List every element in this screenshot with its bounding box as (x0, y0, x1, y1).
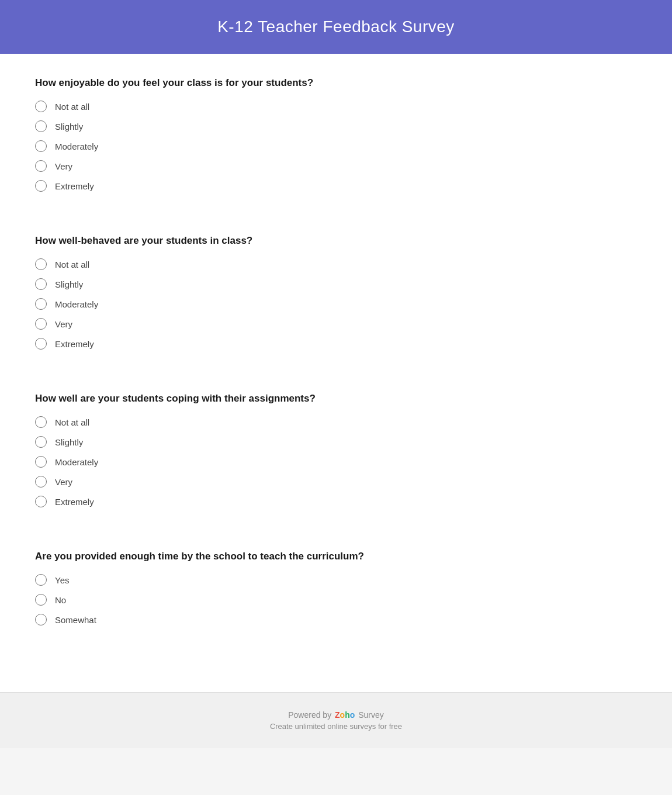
radio-q1-o5[interactable] (35, 180, 47, 192)
option-label-q1-o5: Extremely (55, 181, 94, 191)
option-row-q4-o3[interactable]: Somewhat (35, 614, 637, 625)
option-label-q3-o4: Very (55, 477, 72, 487)
option-row-q1-o4[interactable]: Very (35, 160, 637, 172)
option-label-q4-o3: Somewhat (55, 615, 96, 625)
zoho-z: Z (335, 710, 340, 720)
option-label-q3-o2: Slightly (55, 437, 83, 447)
powered-by-text: Powered by (288, 710, 334, 720)
question-block-3: How well are your students coping with t… (35, 393, 637, 527)
radio-q1-o1[interactable] (35, 101, 47, 112)
option-label-q4-o1: Yes (55, 575, 69, 585)
option-label-q1-o3: Moderately (55, 141, 98, 151)
question-text-3: How well are your students coping with t… (35, 393, 637, 405)
footer-tagline: Create unlimited online surveys for free (12, 722, 660, 731)
zoho-o2: o (350, 710, 355, 720)
radio-q3-o2[interactable] (35, 436, 47, 448)
survey-footer: Powered by Zoho Survey Create unlimited … (0, 692, 672, 748)
option-row-q1-o5[interactable]: Extremely (35, 180, 637, 192)
question-block-1: How enjoyable do you feel your class is … (35, 77, 637, 212)
option-label-q3-o3: Moderately (55, 457, 98, 467)
option-label-q3-o5: Extremely (55, 497, 94, 507)
option-row-q2-o1[interactable]: Not at all (35, 258, 637, 270)
option-label-q2-o5: Extremely (55, 339, 94, 349)
option-row-q3-o1[interactable]: Not at all (35, 416, 637, 428)
radio-q2-o1[interactable] (35, 258, 47, 270)
option-label-q1-o4: Very (55, 161, 72, 171)
option-label-q1-o1: Not at all (55, 102, 89, 112)
radio-q1-o4[interactable] (35, 160, 47, 172)
survey-body: How enjoyable do you feel your class is … (0, 54, 672, 692)
option-row-q2-o4[interactable]: Very (35, 318, 637, 330)
question-text-4: Are you provided enough time by the scho… (35, 551, 637, 562)
survey-title: K-12 Teacher Feedback Survey (12, 18, 660, 36)
option-label-q3-o1: Not at all (55, 417, 89, 427)
option-row-q2-o2[interactable]: Slightly (35, 278, 637, 290)
option-label-q2-o3: Moderately (55, 299, 98, 309)
footer-powered-line: Powered by Zoho Survey (12, 710, 660, 720)
question-text-1: How enjoyable do you feel your class is … (35, 77, 637, 89)
zoho-o: o (340, 710, 345, 720)
radio-q3-o1[interactable] (35, 416, 47, 428)
question-block-4: Are you provided enough time by the scho… (35, 551, 637, 645)
option-label-q2-o4: Very (55, 319, 72, 329)
radio-q2-o4[interactable] (35, 318, 47, 330)
option-row-q1-o1[interactable]: Not at all (35, 101, 637, 112)
option-row-q4-o1[interactable]: Yes (35, 574, 637, 586)
option-row-q3-o5[interactable]: Extremely (35, 496, 637, 507)
radio-q1-o3[interactable] (35, 140, 47, 152)
radio-q4-o3[interactable] (35, 614, 47, 625)
radio-q3-o3[interactable] (35, 456, 47, 468)
option-label-q4-o2: No (55, 595, 66, 605)
option-row-q1-o2[interactable]: Slightly (35, 120, 637, 132)
question-text-2: How well-behaved are your students in cl… (35, 235, 637, 247)
radio-q1-o2[interactable] (35, 120, 47, 132)
option-row-q1-o3[interactable]: Moderately (35, 140, 637, 152)
option-row-q3-o2[interactable]: Slightly (35, 436, 637, 448)
radio-q2-o2[interactable] (35, 278, 47, 290)
zoho-h: h (345, 710, 350, 720)
radio-q4-o2[interactable] (35, 594, 47, 606)
radio-q3-o4[interactable] (35, 476, 47, 488)
survey-header: K-12 Teacher Feedback Survey (0, 0, 672, 54)
question-block-2: How well-behaved are your students in cl… (35, 235, 637, 369)
zoho-logo: Zoho (335, 710, 355, 720)
option-label-q1-o2: Slightly (55, 122, 83, 132)
radio-q3-o5[interactable] (35, 496, 47, 507)
option-row-q2-o3[interactable]: Moderately (35, 298, 637, 310)
option-label-q2-o2: Slightly (55, 279, 83, 289)
option-row-q2-o5[interactable]: Extremely (35, 338, 637, 350)
radio-q4-o1[interactable] (35, 574, 47, 586)
radio-q2-o5[interactable] (35, 338, 47, 350)
option-label-q2-o1: Not at all (55, 260, 89, 269)
survey-label: Survey (358, 710, 384, 720)
radio-q2-o3[interactable] (35, 298, 47, 310)
option-row-q3-o4[interactable]: Very (35, 476, 637, 488)
option-row-q3-o3[interactable]: Moderately (35, 456, 637, 468)
option-row-q4-o2[interactable]: No (35, 594, 637, 606)
